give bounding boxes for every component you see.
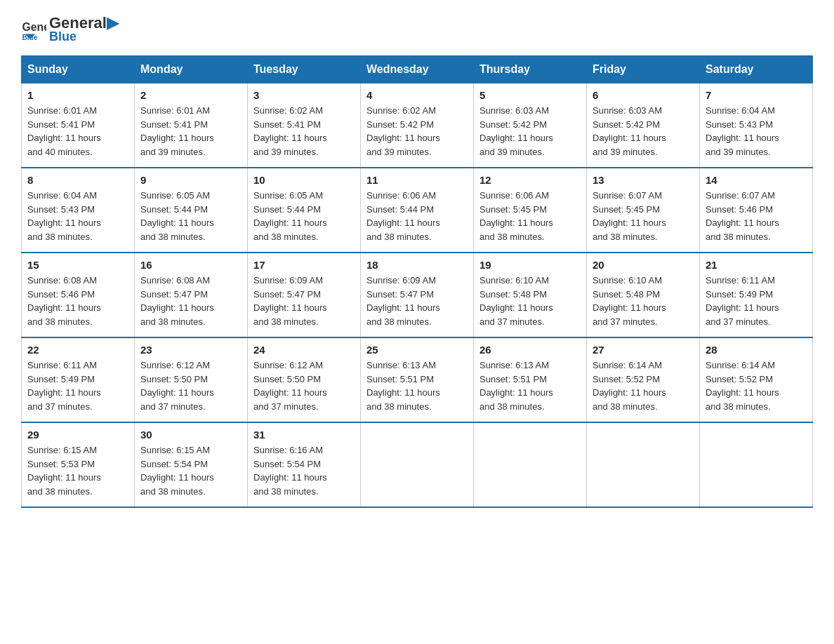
week-row-2: 8 Sunrise: 6:04 AMSunset: 5:43 PMDayligh… (22, 168, 813, 253)
day-number: 11 (366, 174, 468, 186)
day-number: 16 (140, 259, 241, 271)
day-number: 20 (593, 259, 694, 271)
day-info: Sunrise: 6:05 AMSunset: 5:44 PMDaylight:… (140, 189, 241, 243)
day-cell: 20 Sunrise: 6:10 AMSunset: 5:48 PMDaylig… (587, 253, 700, 337)
header-wednesday: Wednesday (361, 56, 474, 83)
day-cell: 14 Sunrise: 6:07 AMSunset: 5:46 PMDaylig… (700, 168, 813, 253)
day-cell: 11 Sunrise: 6:06 AMSunset: 5:44 PMDaylig… (361, 168, 474, 253)
svg-text:General: General (22, 21, 46, 33)
day-info: Sunrise: 6:07 AMSunset: 5:45 PMDaylight:… (593, 189, 694, 243)
calendar-table: SundayMondayTuesdayWednesdayThursdayFrid… (21, 55, 813, 508)
day-number: 29 (27, 429, 128, 441)
day-cell: 3 Sunrise: 6:02 AMSunset: 5:41 PMDayligh… (248, 83, 361, 168)
day-number: 3 (253, 89, 355, 101)
day-number: 12 (479, 174, 581, 186)
day-info: Sunrise: 6:01 AMSunset: 5:41 PMDaylight:… (27, 104, 128, 159)
day-info: Sunrise: 6:14 AMSunset: 5:52 PMDaylight:… (706, 358, 807, 413)
week-row-1: 1 Sunrise: 6:01 AMSunset: 5:41 PMDayligh… (22, 83, 813, 168)
day-cell: 24 Sunrise: 6:12 AMSunset: 5:50 PMDaylig… (248, 337, 361, 422)
day-cell: 19 Sunrise: 6:10 AMSunset: 5:48 PMDaylig… (474, 253, 587, 337)
day-number: 28 (706, 344, 807, 356)
day-cell: 13 Sunrise: 6:07 AMSunset: 5:45 PMDaylig… (587, 168, 700, 253)
day-info: Sunrise: 6:13 AMSunset: 5:51 PMDaylight:… (479, 358, 581, 413)
day-cell (587, 422, 700, 507)
day-cell: 25 Sunrise: 6:13 AMSunset: 5:51 PMDaylig… (361, 337, 474, 422)
day-cell: 23 Sunrise: 6:12 AMSunset: 5:50 PMDaylig… (135, 337, 248, 422)
day-cell: 9 Sunrise: 6:05 AMSunset: 5:44 PMDayligh… (135, 168, 248, 253)
day-cell: 16 Sunrise: 6:08 AMSunset: 5:47 PMDaylig… (135, 253, 248, 337)
day-cell: 29 Sunrise: 6:15 AMSunset: 5:53 PMDaylig… (22, 422, 135, 507)
day-cell: 30 Sunrise: 6:15 AMSunset: 5:54 PMDaylig… (135, 422, 248, 507)
day-cell: 21 Sunrise: 6:11 AMSunset: 5:49 PMDaylig… (700, 253, 813, 337)
week-row-5: 29 Sunrise: 6:15 AMSunset: 5:53 PMDaylig… (22, 422, 813, 507)
day-number: 9 (140, 174, 241, 186)
day-info: Sunrise: 6:06 AMSunset: 5:44 PMDaylight:… (366, 189, 468, 243)
header-monday: Monday (135, 56, 248, 83)
day-info: Sunrise: 6:01 AMSunset: 5:41 PMDaylight:… (140, 104, 241, 159)
day-cell: 8 Sunrise: 6:04 AMSunset: 5:43 PMDayligh… (22, 168, 135, 253)
day-cell (474, 422, 587, 507)
day-number: 7 (706, 89, 807, 101)
header-sunday: Sunday (22, 56, 135, 83)
week-row-3: 15 Sunrise: 6:08 AMSunset: 5:46 PMDaylig… (22, 253, 813, 337)
header-friday: Friday (587, 56, 700, 83)
day-number: 5 (479, 89, 581, 101)
day-info: Sunrise: 6:14 AMSunset: 5:52 PMDaylight:… (593, 358, 694, 413)
day-info: Sunrise: 6:11 AMSunset: 5:49 PMDaylight:… (27, 358, 128, 413)
day-number: 27 (593, 344, 694, 356)
day-info: Sunrise: 6:09 AMSunset: 5:47 PMDaylight:… (253, 274, 355, 328)
day-info: Sunrise: 6:07 AMSunset: 5:46 PMDaylight:… (706, 189, 807, 243)
day-cell: 17 Sunrise: 6:09 AMSunset: 5:47 PMDaylig… (248, 253, 361, 337)
day-number: 23 (140, 344, 241, 356)
day-cell (361, 422, 474, 507)
day-cell: 27 Sunrise: 6:14 AMSunset: 5:52 PMDaylig… (587, 337, 700, 422)
day-cell: 28 Sunrise: 6:14 AMSunset: 5:52 PMDaylig… (700, 337, 813, 422)
header-saturday: Saturday (700, 56, 813, 83)
day-info: Sunrise: 6:13 AMSunset: 5:51 PMDaylight:… (366, 358, 468, 413)
day-number: 2 (140, 89, 241, 101)
day-info: Sunrise: 6:05 AMSunset: 5:44 PMDaylight:… (253, 189, 355, 243)
day-number: 18 (366, 259, 468, 271)
day-info: Sunrise: 6:09 AMSunset: 5:47 PMDaylight:… (366, 274, 468, 328)
day-info: Sunrise: 6:12 AMSunset: 5:50 PMDaylight:… (253, 358, 355, 413)
page-header: General Blue General▶ Blue (21, 14, 813, 44)
day-info: Sunrise: 6:02 AMSunset: 5:42 PMDaylight:… (366, 104, 468, 159)
day-info: Sunrise: 6:04 AMSunset: 5:43 PMDaylight:… (27, 189, 128, 243)
week-row-4: 22 Sunrise: 6:11 AMSunset: 5:49 PMDaylig… (22, 337, 813, 422)
day-cell: 7 Sunrise: 6:04 AMSunset: 5:43 PMDayligh… (700, 83, 813, 168)
day-info: Sunrise: 6:08 AMSunset: 5:46 PMDaylight:… (27, 274, 128, 328)
day-number: 30 (140, 429, 241, 441)
calendar-header-row: SundayMondayTuesdayWednesdayThursdayFrid… (22, 56, 813, 83)
day-cell: 18 Sunrise: 6:09 AMSunset: 5:47 PMDaylig… (361, 253, 474, 337)
day-cell: 1 Sunrise: 6:01 AMSunset: 5:41 PMDayligh… (22, 83, 135, 168)
day-cell: 5 Sunrise: 6:03 AMSunset: 5:42 PMDayligh… (474, 83, 587, 168)
day-info: Sunrise: 6:06 AMSunset: 5:45 PMDaylight:… (479, 189, 581, 243)
day-number: 26 (479, 344, 581, 356)
day-info: Sunrise: 6:15 AMSunset: 5:53 PMDaylight:… (27, 443, 128, 498)
day-cell: 6 Sunrise: 6:03 AMSunset: 5:42 PMDayligh… (587, 83, 700, 168)
day-cell: 22 Sunrise: 6:11 AMSunset: 5:49 PMDaylig… (22, 337, 135, 422)
day-number: 19 (479, 259, 581, 271)
day-number: 13 (593, 174, 694, 186)
day-info: Sunrise: 6:15 AMSunset: 5:54 PMDaylight:… (140, 443, 241, 498)
day-number: 1 (27, 89, 128, 101)
day-number: 17 (253, 259, 355, 271)
day-number: 31 (253, 429, 355, 441)
day-number: 25 (366, 344, 468, 356)
svg-text:Blue: Blue (22, 34, 37, 41)
day-number: 6 (593, 89, 694, 101)
day-cell: 4 Sunrise: 6:02 AMSunset: 5:42 PMDayligh… (361, 83, 474, 168)
day-info: Sunrise: 6:08 AMSunset: 5:47 PMDaylight:… (140, 274, 241, 328)
day-number: 8 (27, 174, 128, 186)
day-number: 24 (253, 344, 355, 356)
logo: General Blue General▶ Blue (21, 14, 119, 44)
day-cell: 12 Sunrise: 6:06 AMSunset: 5:45 PMDaylig… (474, 168, 587, 253)
day-number: 21 (706, 259, 807, 271)
day-number: 15 (27, 259, 128, 271)
logo-icon: General Blue (21, 17, 46, 42)
day-info: Sunrise: 6:11 AMSunset: 5:49 PMDaylight:… (706, 274, 807, 328)
day-number: 22 (27, 344, 128, 356)
day-info: Sunrise: 6:02 AMSunset: 5:41 PMDaylight:… (253, 104, 355, 159)
day-number: 14 (706, 174, 807, 186)
header-tuesday: Tuesday (248, 56, 361, 83)
